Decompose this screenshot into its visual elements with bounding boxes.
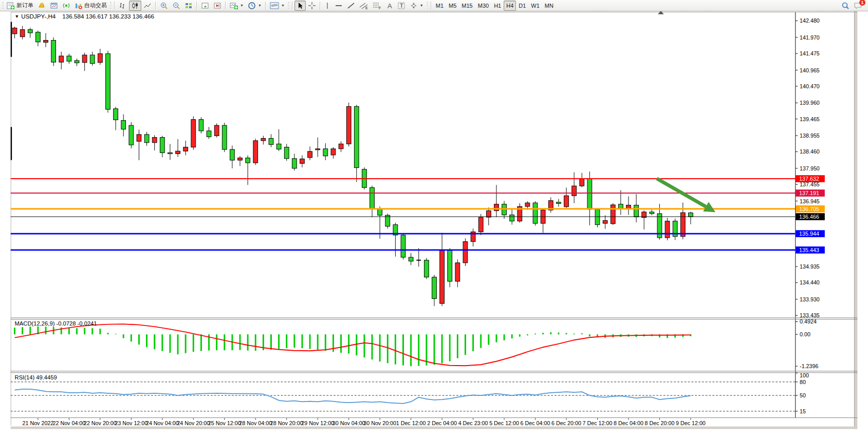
zoom-out-button[interactable] (170, 1, 182, 11)
new-chart-icon (50, 2, 58, 10)
bull-candle (680, 213, 685, 236)
bull-candle (238, 158, 243, 160)
symbol-dropdown-marker: ▼ (15, 14, 20, 19)
arrows-button[interactable]: ▼ (408, 1, 426, 11)
bear-candle (432, 277, 437, 299)
time-axis-label: 22 Nov 20:00 (84, 420, 117, 426)
signals-button[interactable] (60, 1, 72, 11)
bull-candle (253, 141, 258, 163)
bear-candle (121, 121, 126, 129)
price-chart[interactable]: 137.632137.191136.705136.466135.944135.4… (0, 11, 868, 439)
period-clock-button[interactable]: ▼ (246, 1, 264, 11)
price-level-tag-label: 135.443 (799, 247, 819, 253)
channel-button[interactable]: E (357, 1, 371, 11)
new-chart-button[interactable] (48, 1, 60, 11)
gold-icon (38, 2, 46, 10)
trendline-button[interactable] (345, 1, 357, 11)
svg-text:E: E (365, 6, 368, 10)
auto-arrange-button[interactable] (199, 1, 211, 11)
tile-windows-button[interactable] (182, 1, 195, 11)
zoom-in-icon (160, 2, 168, 10)
price-axis-label: 140.470 (800, 83, 820, 89)
autotrade-button[interactable]: 自动交易 (72, 1, 109, 11)
bull-candle (564, 196, 569, 207)
bar-chart-button[interactable] (117, 1, 129, 11)
text-button[interactable]: A (384, 1, 395, 11)
candlestick-icon (131, 2, 139, 10)
bear-candle (276, 144, 281, 149)
bear-candle (90, 55, 95, 63)
bear-candle (510, 215, 514, 221)
new-order-button[interactable]: 新订单 (5, 1, 35, 11)
label-button[interactable]: T (395, 1, 408, 11)
bull-candle (478, 217, 483, 232)
timeframe-m5[interactable]: M5 (446, 1, 459, 11)
cursor-button[interactable] (294, 1, 306, 11)
add-indicator-icon (230, 2, 238, 10)
price-level-tag-label: 135.944 (799, 231, 819, 237)
zoom-in-button[interactable] (158, 1, 170, 11)
bull-candle (346, 106, 351, 144)
bear-candle (292, 159, 297, 168)
time-axis-label: 23 Nov 12:00 (115, 420, 147, 426)
bull-candle (440, 251, 445, 303)
timeframe-mn[interactable]: MN (542, 1, 556, 11)
timeframe-h4[interactable]: H4 (504, 1, 516, 11)
step-forward-button[interactable] (211, 1, 224, 11)
time-axis-label: 25 Nov 12:00 (208, 420, 241, 426)
timeframe-m1[interactable]: M1 (433, 1, 446, 11)
crosshair-button[interactable] (306, 1, 318, 11)
timeframe-m15[interactable]: M15 (459, 1, 475, 11)
price-axis-label: 140.965 (800, 67, 820, 73)
bull-candle (611, 205, 615, 224)
timeframe-w1[interactable]: W1 (528, 1, 542, 11)
bar-chart-icon (119, 2, 127, 10)
search-button[interactable] (839, 1, 852, 11)
new-order-icon (7, 2, 15, 10)
bear-candle (230, 149, 234, 160)
bull-candle (455, 263, 460, 281)
time-axis-label: 21 Nov 2022 (23, 420, 54, 426)
bear-candle (246, 158, 250, 163)
vertical-line-button[interactable] (322, 1, 333, 11)
timeframe-h1[interactable]: H1 (491, 1, 504, 11)
bull-candle (261, 138, 266, 140)
bear-candle (114, 109, 118, 120)
price-axis-label: 139.960 (800, 100, 820, 106)
bear-candle (51, 41, 56, 62)
time-axis-label: 6 Dec 20:00 (551, 420, 581, 426)
time-axis-label: 8 Dec 04:00 (614, 420, 643, 426)
bull-candle (137, 135, 141, 141)
svg-text:A: A (387, 2, 392, 10)
candlestick-button[interactable] (129, 1, 141, 11)
price-level-tag-label: 136.466 (799, 214, 819, 220)
price-level-tag-label: 137.191 (799, 190, 819, 196)
rsi-label: RSI(14) 49.4459 (15, 374, 57, 380)
bull-candle (463, 242, 468, 263)
price-axis-label: 141.475 (800, 50, 820, 56)
bull-candle (59, 56, 64, 62)
bear-candle (689, 213, 693, 217)
timeframe-m30[interactable]: M30 (475, 1, 491, 11)
fibonacci-button[interactable]: F (371, 1, 384, 11)
macd-axis-label: -1.2396 (800, 363, 818, 369)
bear-candle (67, 56, 71, 61)
bear-candle (160, 138, 164, 153)
tile-windows-icon (184, 2, 193, 10)
horizontal-line-button[interactable] (333, 1, 345, 11)
toolbar-grip[interactable] (2, 2, 4, 9)
time-axis-label: 30 Nov 04:00 (333, 420, 365, 426)
bear-candle (199, 120, 204, 131)
time-axis-label: 6 Dec 04:00 (521, 420, 550, 426)
bull-candle (525, 203, 530, 206)
search-icon (841, 2, 849, 10)
price-axis-label: 138.460 (800, 148, 820, 155)
chat-button[interactable]: 1 (854, 2, 863, 10)
timeframe-d1[interactable]: D1 (516, 1, 528, 11)
indicator-list-button[interactable]: ▼ (268, 1, 287, 11)
add-indicator-button[interactable]: ▼ (228, 1, 246, 11)
price-axis-label: 137.455 (800, 181, 820, 187)
time-axis-label: 8 Dec 20:00 (645, 420, 675, 426)
line-chart-button[interactable] (141, 1, 154, 11)
gold-button[interactable] (35, 1, 48, 11)
